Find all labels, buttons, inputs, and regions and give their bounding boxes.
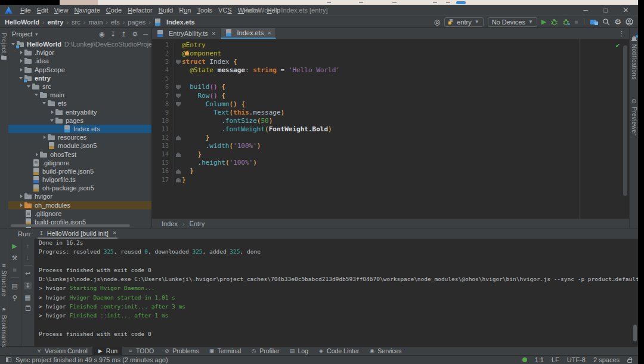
stop-button[interactable]: ■ xyxy=(574,18,578,25)
toolbar-item-services[interactable]: ◉Services xyxy=(364,347,406,356)
tree-item[interactable]: hvigorfile.ts xyxy=(8,175,151,184)
settings-gear-icon[interactable]: ⚙ xyxy=(614,17,621,26)
fold-marker-icon[interactable] xyxy=(174,167,182,175)
chevron-right-icon[interactable] xyxy=(18,193,24,199)
project-view-select[interactable]: Project ▾ xyxy=(12,30,38,38)
tree-item[interactable]: ets xyxy=(8,99,151,107)
up-stack-trace-icon[interactable]: ↑ xyxy=(26,242,30,249)
menu-build[interactable]: Build xyxy=(156,7,176,14)
rerun-button[interactable]: ▶ xyxy=(12,242,17,250)
target-icon[interactable]: ◎ xyxy=(434,18,440,26)
tree-item[interactable]: hvigor xyxy=(8,192,151,200)
chevron-right-icon[interactable] xyxy=(34,152,40,158)
breadcrumb-item[interactable]: entry xyxy=(48,18,64,26)
breadcrumb-item[interactable]: Index.ets xyxy=(166,18,195,26)
close-button[interactable]: ✕ xyxy=(623,7,628,14)
editor-tab-entryability-ts[interactable]: EntryAbility.ts✕ xyxy=(152,28,221,39)
restore-layout-icon[interactable]: ▤ xyxy=(11,282,17,290)
bookmarks-tool-tab[interactable]: ⚑ Bookmarks xyxy=(1,307,7,347)
pin-icon[interactable]: ⚲ xyxy=(12,294,17,302)
tree-item[interactable]: entryability xyxy=(8,108,151,116)
close-icon[interactable]: ✕ xyxy=(267,30,271,36)
collapse-all-icon[interactable]: ↥ xyxy=(121,30,126,38)
chevron-right-icon[interactable] xyxy=(18,50,24,55)
clear-all-icon[interactable] xyxy=(26,306,30,311)
fold-marker-icon[interactable] xyxy=(174,100,182,109)
run-configuration-select[interactable]: entry ▼ xyxy=(444,17,483,27)
tree-item[interactable]: .idea xyxy=(8,57,151,65)
menu-refactor[interactable]: Refactor xyxy=(125,7,156,14)
tree-item[interactable]: oh-package.json5 xyxy=(8,184,151,192)
menu-run[interactable]: Run xyxy=(176,7,194,14)
editor-tab-index-ets[interactable]: Index.ets✕ xyxy=(221,28,276,39)
tab-options-icon[interactable]: ⋮ xyxy=(614,28,629,39)
notifications-tool-tab[interactable]: Notifications xyxy=(631,36,637,80)
search-icon[interactable] xyxy=(602,18,610,26)
tree-item[interactable]: build-profile.json5 xyxy=(8,167,151,175)
hide-panel-icon[interactable]: ─ xyxy=(143,30,148,38)
project-tool-tab[interactable]: Project xyxy=(1,33,7,60)
profile-button[interactable] xyxy=(562,18,570,26)
down-stack-trace-icon[interactable]: ↓ xyxy=(26,254,30,261)
toolbar-item-terminal[interactable]: ▣Terminal xyxy=(204,347,246,356)
minimize-button[interactable]: ─ xyxy=(583,7,588,14)
breadcrumb-item[interactable]: Index xyxy=(162,220,178,227)
tree-item[interactable]: Index.ets xyxy=(8,125,151,133)
tree-item[interactable]: .gitignore xyxy=(8,209,151,218)
run-console[interactable]: Done in 16.2sProgress: resolved 325, reu… xyxy=(35,237,638,346)
fold-marker-icon[interactable] xyxy=(174,83,182,91)
fold-marker-icon[interactable] xyxy=(174,176,182,184)
chevron-down-icon[interactable] xyxy=(34,92,40,98)
account-icon[interactable] xyxy=(626,18,633,26)
chevron-right-icon[interactable] xyxy=(18,202,24,208)
chevron-right-icon[interactable] xyxy=(18,67,24,73)
close-icon[interactable]: ✕ xyxy=(212,31,216,36)
fold-marker-icon[interactable] xyxy=(174,92,182,100)
chevron-right-icon[interactable] xyxy=(49,109,55,115)
run-button[interactable]: ▶ xyxy=(541,18,546,26)
tree-item[interactable]: HelloWorldD:\Lunkeji\DevEcoStudioProject… xyxy=(8,40,151,48)
breadcrumb-item[interactable]: main xyxy=(88,18,103,26)
menu-file[interactable]: File xyxy=(17,7,34,14)
debug-button[interactable] xyxy=(550,18,558,26)
menu-tools[interactable]: Tools xyxy=(194,7,215,14)
close-icon[interactable]: ✕ xyxy=(113,230,117,236)
tree-item[interactable]: .hvigor xyxy=(8,48,151,57)
indent-setting[interactable]: 2 spaces xyxy=(593,356,620,363)
tree-item[interactable]: oh_modules xyxy=(8,201,151,209)
toolbar-item-log[interactable]: ▤Log xyxy=(284,347,314,356)
file-encoding[interactable]: UTF-8 xyxy=(567,356,586,363)
fold-marker-icon[interactable] xyxy=(174,150,182,159)
structure-tool-tab[interactable]: ≣ Structure xyxy=(1,263,7,297)
device-manager-icon[interactable] xyxy=(590,19,598,25)
previewer-tool-tab[interactable]: ⊙ Previewer xyxy=(631,98,637,135)
tree-item[interactable]: ohosTest xyxy=(8,150,151,158)
toolbar-item-run[interactable]: ▶Run xyxy=(92,347,122,356)
menu-view[interactable]: View xyxy=(51,7,72,14)
chevron-down-icon[interactable] xyxy=(42,100,48,106)
code-area[interactable]: ✔ 1@Entry2@Component3struct Index {4 @St… xyxy=(152,39,629,218)
maximize-button[interactable]: □ xyxy=(603,7,608,14)
breadcrumb-item[interactable]: Entry xyxy=(190,220,205,227)
chevron-down-icon[interactable] xyxy=(26,84,32,90)
menu-edit[interactable]: Edit xyxy=(34,7,51,14)
device-select[interactable]: No Devices ▼ xyxy=(488,17,537,27)
expand-all-icon[interactable]: ↧ xyxy=(110,30,116,38)
chevron-right-icon[interactable] xyxy=(42,134,48,140)
menu-code[interactable]: Code xyxy=(103,7,125,14)
menu-navigate[interactable]: Navigate xyxy=(71,7,103,14)
fold-marker-icon[interactable] xyxy=(174,134,182,142)
toolbar-item-code-linter[interactable]: ◈Code Linter xyxy=(313,347,364,356)
line-separator[interactable]: LF xyxy=(552,356,559,363)
console-scrollbar[interactable] xyxy=(633,325,637,341)
tree-item[interactable]: resources xyxy=(8,133,151,141)
lock-icon[interactable] xyxy=(627,359,632,363)
tree-item[interactable]: pages xyxy=(8,116,151,125)
tree-item[interactable]: AppScope xyxy=(8,66,151,74)
panel-settings-gear-icon[interactable]: ⚙ xyxy=(132,30,138,38)
menu-vcs[interactable]: VCS xyxy=(215,7,235,14)
tree-item[interactable]: entry xyxy=(8,74,151,82)
breadcrumb-item[interactable]: pages xyxy=(128,18,145,26)
toolbar-item-version-control[interactable]: ⋎Version Control xyxy=(31,347,92,356)
tree-item[interactable]: module.json5 xyxy=(8,141,151,150)
